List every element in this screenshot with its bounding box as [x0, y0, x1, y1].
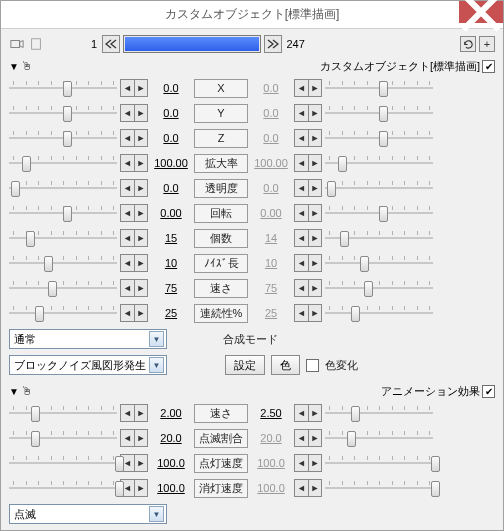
param-value-right[interactable]: 14 — [251, 232, 291, 244]
param-label-button[interactable]: 透明度 — [194, 179, 248, 198]
increment-button[interactable]: ► — [308, 454, 322, 472]
param-value-right[interactable]: 100.0 — [251, 457, 291, 469]
decrement-button[interactable]: ◄ — [294, 229, 308, 247]
increment-button[interactable]: ► — [134, 204, 148, 222]
right-stepper[interactable]: ◄► — [294, 454, 322, 472]
param-slider[interactable] — [9, 253, 117, 273]
param-value-left[interactable]: 100.0 — [151, 457, 191, 469]
param-value-left[interactable]: 2.00 — [151, 407, 191, 419]
param-slider[interactable] — [325, 128, 433, 148]
decrement-button[interactable]: ◄ — [120, 204, 134, 222]
param-value-left[interactable]: 75 — [151, 282, 191, 294]
param-label-button[interactable]: 回転 — [194, 204, 248, 223]
right-stepper[interactable]: ◄► — [294, 404, 322, 422]
right-stepper[interactable]: ◄► — [294, 154, 322, 172]
param-slider[interactable] — [9, 128, 117, 148]
left-stepper[interactable]: ◄► — [120, 304, 148, 322]
decrement-button[interactable]: ◄ — [294, 279, 308, 297]
increment-button[interactable]: ► — [308, 204, 322, 222]
param-value-left[interactable]: 15 — [151, 232, 191, 244]
increment-button[interactable]: ► — [134, 454, 148, 472]
right-stepper[interactable]: ◄► — [294, 279, 322, 297]
right-stepper[interactable]: ◄► — [294, 429, 322, 447]
param-slider[interactable] — [325, 428, 433, 448]
param-value-left[interactable]: 0.0 — [151, 82, 191, 94]
param-label-button[interactable]: ﾉｲｽﾞ長 — [194, 254, 248, 273]
param-value-right[interactable]: 100.00 — [251, 157, 291, 169]
param-slider[interactable] — [325, 78, 433, 98]
increment-button[interactable]: ► — [308, 279, 322, 297]
param-slider[interactable] — [9, 478, 117, 498]
param-value-left[interactable]: 0.0 — [151, 107, 191, 119]
decrement-button[interactable]: ◄ — [120, 229, 134, 247]
param-value-right[interactable]: 0.0 — [251, 182, 291, 194]
decrement-button[interactable]: ◄ — [120, 404, 134, 422]
decrement-button[interactable]: ◄ — [294, 304, 308, 322]
frame-end[interactable]: 247 — [285, 38, 319, 50]
left-stepper[interactable]: ◄► — [120, 204, 148, 222]
param-value-left[interactable]: 0.0 — [151, 182, 191, 194]
decrement-button[interactable]: ◄ — [120, 79, 134, 97]
left-stepper[interactable]: ◄► — [120, 479, 148, 497]
timeline-slider[interactable] — [123, 35, 261, 53]
close-button[interactable] — [459, 1, 503, 23]
param-value-right[interactable]: 2.50 — [251, 407, 291, 419]
increment-button[interactable]: ► — [134, 179, 148, 197]
param-label-button[interactable]: 点滅割合 — [194, 429, 248, 448]
decrement-button[interactable]: ◄ — [120, 279, 134, 297]
decrement-button[interactable]: ◄ — [120, 154, 134, 172]
increment-button[interactable]: ► — [134, 254, 148, 272]
decrement-button[interactable]: ◄ — [120, 254, 134, 272]
param-slider[interactable] — [325, 228, 433, 248]
param-slider[interactable] — [325, 253, 433, 273]
frame-last-button[interactable] — [264, 35, 282, 53]
decrement-button[interactable]: ◄ — [294, 254, 308, 272]
left-stepper[interactable]: ◄► — [120, 129, 148, 147]
right-stepper[interactable]: ◄► — [294, 229, 322, 247]
right-stepper[interactable]: ◄► — [294, 129, 322, 147]
param-value-left[interactable]: 25 — [151, 307, 191, 319]
increment-button[interactable]: ► — [134, 129, 148, 147]
increment-button[interactable]: ► — [308, 154, 322, 172]
increment-button[interactable]: ► — [308, 304, 322, 322]
increment-button[interactable]: ► — [308, 179, 322, 197]
param-value-left[interactable]: 0.0 — [151, 132, 191, 144]
decrement-button[interactable]: ◄ — [294, 454, 308, 472]
param-slider[interactable] — [9, 278, 117, 298]
param-value-left[interactable]: 100.0 — [151, 482, 191, 494]
add-button[interactable]: + — [479, 36, 495, 52]
param-slider[interactable] — [9, 103, 117, 123]
left-stepper[interactable]: ◄► — [120, 104, 148, 122]
increment-button[interactable]: ► — [134, 404, 148, 422]
decrement-button[interactable]: ◄ — [294, 129, 308, 147]
decrement-button[interactable]: ◄ — [120, 129, 134, 147]
decrement-button[interactable]: ◄ — [294, 79, 308, 97]
increment-button[interactable]: ► — [134, 429, 148, 447]
decrement-button[interactable]: ◄ — [294, 429, 308, 447]
generator-combo[interactable]: ブロックノイズ風図形発生 ▼ — [9, 355, 167, 375]
increment-button[interactable]: ► — [308, 254, 322, 272]
param-value-right[interactable]: 0.0 — [251, 132, 291, 144]
decrement-button[interactable]: ◄ — [294, 154, 308, 172]
param-value-right[interactable]: 0.0 — [251, 82, 291, 94]
increment-button[interactable]: ► — [134, 104, 148, 122]
param-value-right[interactable]: 0.0 — [251, 107, 291, 119]
decrement-button[interactable]: ◄ — [120, 179, 134, 197]
left-stepper[interactable]: ◄► — [120, 79, 148, 97]
param-slider[interactable] — [325, 453, 433, 473]
color-button[interactable]: 色 — [271, 355, 300, 375]
param-value-left[interactable]: 10 — [151, 257, 191, 269]
param-slider[interactable] — [9, 403, 117, 423]
increment-button[interactable]: ► — [308, 104, 322, 122]
param-slider[interactable] — [9, 453, 117, 473]
param-value-left[interactable]: 0.00 — [151, 207, 191, 219]
param-slider[interactable] — [9, 303, 117, 323]
section-toggle-icon[interactable]: ▼ — [9, 386, 19, 397]
param-slider[interactable] — [9, 153, 117, 173]
param-slider[interactable] — [9, 428, 117, 448]
decrement-button[interactable]: ◄ — [120, 104, 134, 122]
effect-combo[interactable]: 点滅 ▼ — [9, 504, 167, 524]
param-slider[interactable] — [325, 153, 433, 173]
section-anim-checkbox[interactable]: ✔ — [482, 385, 495, 398]
param-label-button[interactable]: 速さ — [194, 404, 248, 423]
